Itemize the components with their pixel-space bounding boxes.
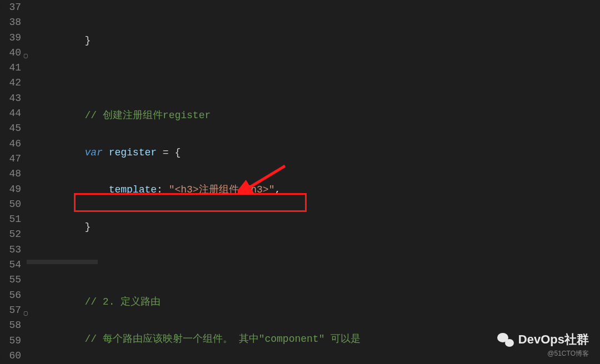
line-number: 50	[0, 197, 21, 212]
watermark-title: DevOps社群	[518, 331, 589, 348]
code-line: }	[37, 33, 600, 48]
line-number-gutter: 37383940▢4142434445464748495051525354555…	[0, 0, 27, 364]
line-number: 43	[0, 91, 21, 106]
line-number: 55	[0, 272, 21, 287]
line-number: 40▢	[0, 46, 21, 60]
code-line: var register = {	[37, 145, 600, 160]
line-number: 37	[0, 0, 21, 15]
line-number: 45	[0, 121, 21, 136]
wechat-icon	[497, 333, 514, 347]
watermark-subtitle: @51CTO博客	[497, 349, 589, 358]
line-number: 38	[0, 15, 21, 30]
line-number: 46	[0, 136, 21, 151]
line-number: 42	[0, 75, 21, 90]
line-number: 39	[0, 31, 21, 46]
line-number: 41	[0, 60, 21, 75]
line-number: 49	[0, 182, 21, 197]
code-line: }	[37, 220, 600, 235]
line-number: 56	[0, 288, 21, 303]
code-line: // 创建注册组件register	[37, 108, 600, 123]
line-number: 44	[0, 106, 21, 121]
line-number: 51	[0, 212, 21, 227]
line-number: 47	[0, 151, 21, 166]
code-line	[37, 70, 600, 85]
code-line: template: "<h3>注册组件</h3>",	[37, 183, 600, 198]
line-number: 53	[0, 242, 21, 257]
code-line: // 2. 定义路由	[37, 295, 600, 310]
line-number: 48	[0, 166, 21, 181]
code-area[interactable]: } // 创建注册组件register var register = { tem…	[27, 0, 600, 364]
line-number: 59	[0, 333, 21, 348]
watermark: DevOps社群 @51CTO博客	[497, 331, 589, 358]
line-number: 54	[0, 257, 21, 272]
code-line	[37, 257, 600, 272]
line-number: 52	[0, 227, 21, 242]
line-number: 60	[0, 348, 21, 363]
line-number: 58	[0, 318, 21, 333]
code-editor[interactable]: 37383940▢4142434445464748495051525354555…	[0, 0, 600, 364]
line-number: 57▢	[0, 303, 21, 318]
